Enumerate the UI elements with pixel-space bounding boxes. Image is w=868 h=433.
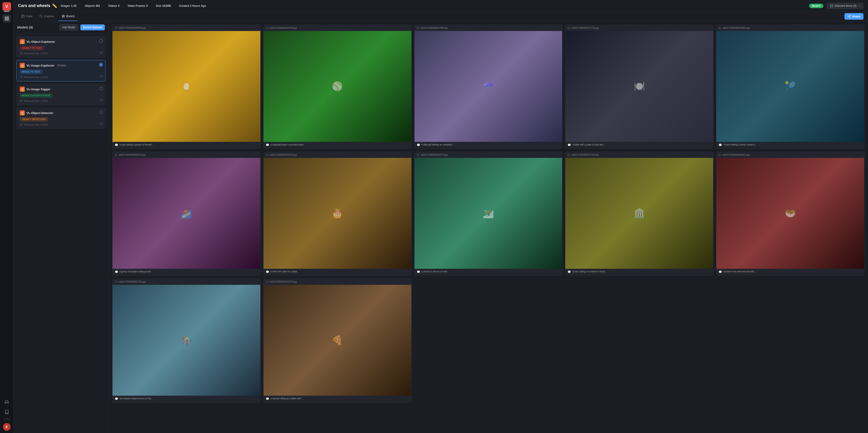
image-caption-1: 💬 a baseball player crouched down [264, 142, 411, 149]
caption-icon: 💬 [719, 143, 722, 147]
app-logo[interactable]: V BETA [2, 2, 11, 11]
image-card-10[interactable]: val2017/000000007281.jpg 🏇 💬 two people … [112, 278, 260, 403]
model-card-vl-image-captioner[interactable]: V VL-Image-Captioner Preview IMAGE TO TE… [16, 60, 106, 81]
image-thumbnail-6: 🎂 [264, 158, 411, 269]
image-filename-3: val2017/000000017714.jpg [565, 25, 713, 31]
model-radio-vl-image-captioner[interactable] [99, 63, 103, 67]
model-radio-vl-image-tagger[interactable] [99, 87, 103, 90]
model-cards-list: V VL-Object-Captioner OBJECT TO TEXT Rel… [13, 34, 108, 131]
image-card-6[interactable]: val2017/000000054628.jpg 🎂 💬 a three tie… [263, 152, 411, 276]
caption-icon: 💬 [567, 270, 571, 274]
svg-rect-1 [7, 17, 8, 18]
model-radio-vl-object-captioner[interactable] [99, 39, 103, 43]
tab-enrich[interactable]: Enrich [58, 12, 78, 21]
file-icon [266, 154, 268, 156]
calendar-icon [20, 52, 23, 55]
stat-created: Created 2 Hours Ago [179, 4, 206, 7]
image-thumbnail-7: ⛷️ [414, 158, 562, 269]
selected-items-button[interactable]: Selected Items (0) [827, 3, 864, 9]
svg-rect-7 [22, 15, 24, 18]
calendar-icon [20, 76, 23, 78]
file-icon [266, 281, 268, 283]
share-button[interactable]: Share [844, 13, 864, 20]
stat-images: Images 1.1K [61, 4, 77, 7]
image-card-3[interactable]: val2017/000000017714.jpg 🍽️ 💬 a table wi… [565, 25, 713, 149]
caption-icon: 💬 [266, 143, 269, 147]
image-filename-4: val2017/000000033368.jpg [716, 25, 864, 31]
selected-items-icon [830, 4, 833, 7]
share-icon [848, 15, 851, 18]
main-content: Cars and wheels ✏️ Images 1.1K · Objects… [13, 0, 868, 433]
model-logo-vl-image-captioner: V [20, 63, 25, 68]
image-thumbnail-5: 🏄 [113, 158, 260, 269]
sidebar-left: V BETA 2.10.0 E [0, 0, 13, 433]
model-radio-vl-object-detector[interactable] [99, 110, 103, 114]
svg-rect-2 [5, 19, 6, 20]
add-model-button[interactable]: Add Model [59, 24, 78, 31]
svg-point-5 [7, 402, 9, 403]
model-tag-vl-image-tagger: IMAGE CLASSIFICATION [20, 93, 52, 98]
svg-rect-17 [266, 27, 268, 29]
file-icon [417, 154, 419, 156]
image-filename-7: val2017/000000002473.jpg [414, 152, 562, 158]
image-card-1[interactable]: val2017/000000010764.jpg ⚾ 💬 a baseball … [263, 25, 411, 149]
model-name-vl-image-captioner: VL-Image-Captioner [27, 64, 55, 67]
sidebar-icon-book[interactable] [3, 408, 11, 416]
image-caption-8: 💬 a man sitting on a bench in front... [565, 269, 713, 276]
model-card-vl-object-detector[interactable]: V VL-Object-Detector OBJECT DETECTION Re… [16, 107, 106, 129]
stat-videos: Videos 0 [108, 4, 120, 7]
image-caption-9: 💬 a bowl of rice and broccoli with ... [716, 269, 864, 276]
image-card-2[interactable]: val2017/000000007088.jpg ☂️ 💬 a little g… [414, 25, 563, 149]
file-icon [115, 27, 117, 29]
image-filename-5: val2017/000000005193.jpg [113, 152, 260, 158]
svg-point-11 [850, 17, 850, 18]
svg-rect-19 [568, 27, 570, 29]
sidebar-icon-binoculars[interactable] [3, 398, 11, 406]
delete-model-vl-image-tagger[interactable] [100, 98, 103, 102]
models-header: Models (4) Add Model Enrich Dataset [13, 21, 108, 34]
model-card-vl-object-captioner[interactable]: V VL-Object-Captioner OBJECT TO TEXT Rel… [16, 36, 106, 58]
image-card-5[interactable]: val2017/000000005193.jpg 🏄 💬 a group of … [112, 152, 260, 276]
image-caption-0: 💬 a man taking a picture of himsel... [113, 142, 260, 149]
caption-icon: 💬 [266, 397, 269, 401]
model-card-header: V VL-Image-Captioner Preview [20, 63, 102, 68]
delete-model-vl-object-detector[interactable] [100, 122, 103, 126]
content-area: Models (4) Add Model Enrich Dataset V VL… [13, 21, 868, 433]
image-caption-7: 💬 a person in the air on skis [414, 269, 562, 276]
enrich-dataset-button[interactable]: Enrich Dataset [81, 25, 105, 30]
image-filename-8: val2017/000000017436.jpg [565, 152, 713, 158]
tab-data[interactable]: Data [18, 12, 35, 21]
model-tag-vl-object-captioner: OBJECT TO TEXT [20, 46, 44, 50]
model-tag-vl-image-captioner: IMAGE TO TEXT [20, 70, 42, 74]
image-card-7[interactable]: val2017/000000002473.jpg ⛷️ 💬 a person i… [414, 152, 563, 276]
file-icon [266, 27, 268, 29]
user-avatar[interactable]: E [3, 423, 11, 431]
caption-icon: 💬 [567, 143, 571, 147]
image-card-8[interactable]: val2017/000000017436.jpg 🏛️ 💬 a man sitt… [565, 152, 713, 276]
explore-icon [39, 14, 43, 18]
delete-model-vl-object-captioner[interactable] [100, 51, 103, 55]
image-card-9[interactable]: val2017/000000003501.jpg 🥗 💬 a bowl of r… [716, 152, 864, 276]
edit-title-icon[interactable]: ✏️ [52, 3, 57, 8]
image-card-11[interactable]: val2017/000000012576.jpg 🍕 💬 a woman sit… [263, 278, 411, 403]
image-caption-4: 💬 a man holding a tennis racket a... [716, 142, 864, 149]
model-name-vl-object-captioner: VL-Object-Captioner [27, 40, 55, 43]
image-thumbnail-10: 🏇 [113, 285, 260, 396]
file-icon [115, 154, 117, 156]
image-card-0[interactable]: val2017/000000005060.jpg 🪞 💬 a man takin… [112, 25, 260, 149]
svg-rect-21 [115, 154, 117, 156]
images-panel[interactable]: val2017/000000005060.jpg 🪞 💬 a man takin… [109, 21, 868, 433]
image-card-4[interactable]: val2017/000000033368.jpg 🎾 💬 a man holdi… [716, 25, 864, 149]
image-caption-6: 💬 a three tier cake on a table [264, 269, 411, 276]
caption-icon: 💬 [115, 397, 118, 401]
model-card-vl-image-tagger[interactable]: V VL-Image-Tagger IMAGE CLASSIFICATION R… [16, 84, 106, 105]
caption-icon: 💬 [266, 270, 269, 274]
model-footer-vl-object-detector: Released Sep 1 2024 [20, 123, 102, 126]
sidebar-icon-dashboard[interactable] [3, 14, 11, 23]
delete-model-vl-image-captioner[interactable] [100, 75, 103, 78]
image-thumbnail-11: 🍕 [264, 285, 411, 396]
tab-explore[interactable]: Explore [36, 12, 57, 21]
caption-icon: 💬 [417, 143, 420, 147]
header: Cars and wheels ✏️ Images 1.1K · Objects… [13, 0, 868, 12]
image-caption-10: 💬 two people riding horses on the... [113, 396, 260, 403]
